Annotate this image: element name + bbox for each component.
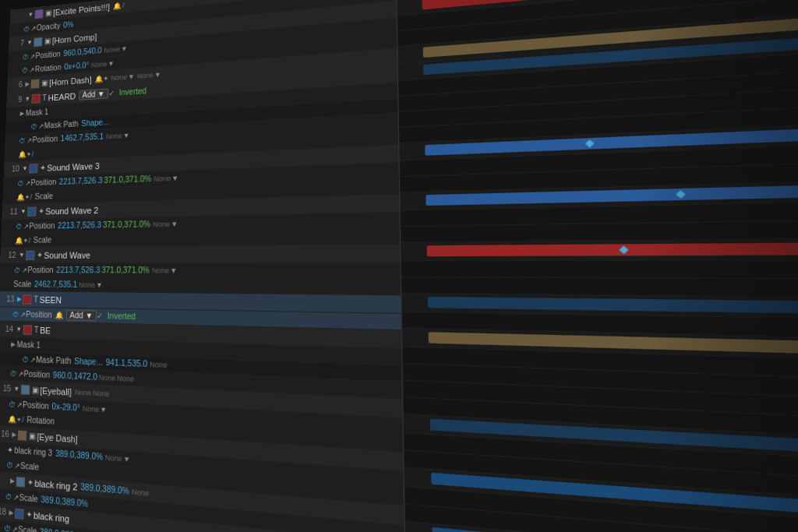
dropdown-icon: ▼: [170, 266, 177, 275]
layer-name: black ring: [34, 510, 69, 524]
triangle-icon: ▶: [20, 110, 25, 117]
pen-icon: /: [29, 236, 31, 244]
stopwatch-icon: ⏱: [22, 66, 28, 74]
timeline-bar: [426, 242, 798, 257]
layer-name: Sound Wave: [44, 250, 90, 260]
layer-num: [12, 15, 26, 16]
stopwatch-icon: ⏱: [9, 400, 16, 408]
layer-color: [34, 37, 42, 46]
none-label: None: [152, 266, 169, 275]
bell-icon: 🔔: [18, 150, 26, 158]
layer-color: [21, 384, 30, 394]
bell-icon: 🔔: [16, 193, 24, 201]
dropdown-icon: ▼: [123, 454, 130, 463]
layer-num: [0, 479, 7, 481]
stopwatch-icon: ⏱: [16, 222, 23, 230]
inverted-label: Inverted: [119, 86, 147, 97]
prop-name: Mask 1: [26, 107, 49, 117]
layer-color: [23, 294, 32, 304]
prop-value: 389.0,389.0%: [41, 495, 88, 509]
layer-name: [Horn Dash]: [49, 75, 92, 87]
none-label: None: [104, 45, 120, 55]
layer-color: [30, 79, 39, 88]
stopwatch-icon: ⏱: [19, 136, 25, 144]
comp-icon: ▣: [41, 79, 48, 87]
comp-icon: ▣: [29, 431, 36, 440]
add-button[interactable]: Add ▼: [66, 310, 97, 321]
layer-name: [Eye Dash]: [37, 432, 78, 444]
text-icon: T: [34, 326, 38, 335]
prop-value: 2462.7,535.1: [34, 280, 78, 289]
triangle-icon: ▶: [10, 477, 15, 484]
layers-panel: ▼ ▣ [Excite Points!!!] 🔔 / ⏱ ↗ Opacity 0…: [0, 0, 406, 532]
layer-num: 13: [0, 294, 15, 303]
stopwatch-icon: ⏱: [5, 492, 12, 502]
prop-name: Position: [27, 266, 54, 274]
prop-value-scale: 371.0,371.0%: [104, 174, 151, 185]
none-label: None: [105, 453, 122, 463]
prop-name: black ring 3: [14, 446, 52, 457]
comp-icon: ▣: [45, 9, 51, 17]
prop-value-scale: 371.0,371.0%: [101, 266, 150, 275]
dropdown-icon: ▼: [128, 72, 135, 81]
layer-row[interactable]: ⏱ ↗ Position 2213.7,526.3 371.0,371.0% N…: [0, 262, 401, 279]
layer-color: [16, 476, 25, 487]
layer-num: 7: [10, 39, 24, 48]
prop-value: 0x+0.0°: [64, 61, 89, 71]
none-label-2: None: [117, 374, 134, 383]
add-button[interactable]: Add ▼: [79, 88, 109, 100]
layer-name: HEARD: [48, 91, 76, 102]
none-label-2: None: [93, 389, 110, 398]
prop-name: Mask Path: [36, 355, 71, 365]
star-icon: ✦: [38, 206, 44, 215]
prop-name: Position: [30, 178, 56, 187]
timeline-bar: [427, 297, 798, 315]
prop-value: 1462.7,535.1: [61, 132, 104, 143]
prop-name: Position: [35, 50, 61, 60]
prop-name: Position: [32, 135, 58, 144]
layer-num: 10: [5, 164, 19, 173]
layer-name: black ring 2: [34, 477, 77, 491]
bell-icon: 🔔: [8, 414, 16, 423]
app-container: ▼ ▣ [Excite Points!!!] 🔔 / ⏱ ↗ Opacity 0…: [0, 0, 798, 532]
timeline-panel: [397, 0, 798, 532]
prop-name: Position: [23, 369, 50, 379]
star-icon: ✦: [7, 446, 13, 455]
text-icon: T: [42, 93, 47, 102]
layer-color: [29, 164, 37, 173]
stopwatch-icon: ⏱: [10, 369, 17, 378]
stopwatch-icon: ⏱: [22, 53, 28, 61]
prop-name: Scale: [20, 461, 39, 472]
star-icon: ✦: [27, 477, 34, 488]
prop-name: Rotation: [35, 63, 62, 73]
stopwatch-icon: ⏱: [12, 310, 19, 318]
bell-icon: 🔔: [55, 311, 63, 319]
triangle-icon: ▶: [17, 295, 22, 302]
layer-color: [18, 430, 27, 440]
prop-name: Mask Path: [44, 119, 78, 129]
layer-color: [15, 508, 24, 519]
stopwatch-icon: ⏱: [17, 179, 24, 187]
prop-name: Opacity: [37, 22, 61, 32]
layer-num: 11: [3, 207, 17, 216]
dropdown-icon: ▼: [171, 220, 178, 228]
none-label: None: [99, 373, 116, 382]
timeline-tracks: [397, 0, 798, 532]
layer-row[interactable]: 12 ▼ ✦ Sound Wave: [0, 245, 400, 263]
prop-value: 960.0,1472.0: [53, 371, 97, 382]
triangle-icon: ▼: [19, 252, 25, 259]
prop-name: Scale: [35, 192, 54, 201]
prop-value: 389.0,389.0%: [80, 482, 129, 496]
stopwatch-icon: ⏱: [22, 355, 29, 364]
comp-icon: ▣: [32, 386, 39, 395]
none-label: None: [153, 220, 170, 228]
dropdown-icon: ▼: [171, 174, 178, 182]
pen-icon: /: [22, 415, 24, 424]
star-icon: ✦: [37, 251, 43, 259]
prop-name: Rotation: [26, 415, 55, 426]
star-icon: ✦: [26, 509, 32, 520]
layer-name: Sound Wave 3: [47, 160, 100, 172]
prop-value: 2213.7,526.3: [56, 266, 100, 274]
prop-name: Mask 1: [16, 340, 41, 350]
layer-color: [31, 93, 40, 103]
